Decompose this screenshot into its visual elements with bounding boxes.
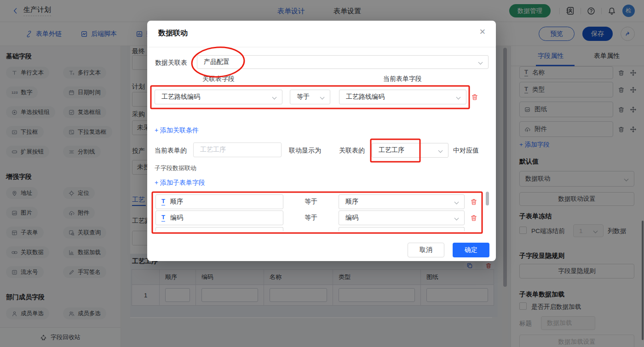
related-field-select[interactable]: 工艺工序 (372, 143, 448, 158)
close-icon[interactable]: ✕ (479, 27, 486, 37)
subfield-delete-button[interactable] (470, 198, 477, 205)
header-relation-field: 关联表字段 (202, 75, 235, 83)
current-form-label: 当前表单的 (155, 147, 187, 155)
header-current-field: 当前表单字段 (383, 75, 422, 83)
corresponding-value-label: 中对应值 (453, 147, 479, 155)
display-as-label: 联动显示为 (289, 147, 321, 155)
condition-right-select[interactable]: 工艺路线编码 (339, 90, 466, 104)
subfield-linkage-title: 子字段数据联动 (155, 164, 196, 172)
chevron-down-icon (478, 60, 483, 65)
subfield-value-select[interactable]: 编码 (339, 210, 465, 225)
modal-scrollbar[interactable] (486, 192, 489, 205)
subfield-row-partial (339, 227, 465, 231)
subfield-value-select[interactable]: 顺序 (339, 194, 465, 209)
chevron-down-icon (456, 95, 461, 100)
subfield-field-box[interactable]: T编码 (155, 210, 283, 225)
subfield-field-box[interactable]: T顺序 (155, 194, 283, 209)
condition-delete-button[interactable] (471, 93, 478, 101)
chevron-down-icon (272, 95, 277, 100)
modal-title: 数据联动 (158, 28, 188, 38)
subfield-row-partial (155, 227, 283, 231)
subfield-op: 等于 (305, 214, 317, 222)
text-icon: T (161, 214, 165, 221)
chevron-down-icon (320, 95, 325, 100)
subfield-op: 等于 (305, 198, 317, 206)
chevron-down-icon (454, 216, 459, 221)
condition-left-select[interactable]: 工艺路线编码 (155, 90, 282, 104)
text-icon: T (161, 198, 165, 205)
chevron-down-icon (454, 200, 459, 205)
related-table-label: 关联表的 (339, 147, 365, 155)
subfield-delete-button[interactable] (470, 214, 477, 222)
current-field-input[interactable]: 工艺工序 (193, 142, 282, 157)
modal-divider (147, 47, 496, 47)
condition-op-select[interactable]: 等于 (290, 90, 330, 104)
app-root: 生产计划 表单设计 表单设置 数据管理 检 表单外链后端脚本数据权限 预览 保存… (0, 0, 644, 347)
chevron-down-icon (438, 148, 443, 153)
relation-table-select[interactable]: 产品配置 (197, 55, 489, 69)
relation-table-label: 数据关联表 (155, 59, 187, 67)
cancel-button[interactable]: 取消 (408, 243, 444, 257)
data-linkage-modal: 数据联动 ✕ 数据关联表 产品配置 关联表字段 当前表单字段 工艺路线编码 等于… (147, 21, 496, 261)
add-subfield-link[interactable]: + 添加子表单字段 (155, 179, 205, 187)
confirm-button[interactable]: 确定 (453, 243, 489, 257)
add-condition-link[interactable]: + 添加关联条件 (155, 126, 199, 135)
